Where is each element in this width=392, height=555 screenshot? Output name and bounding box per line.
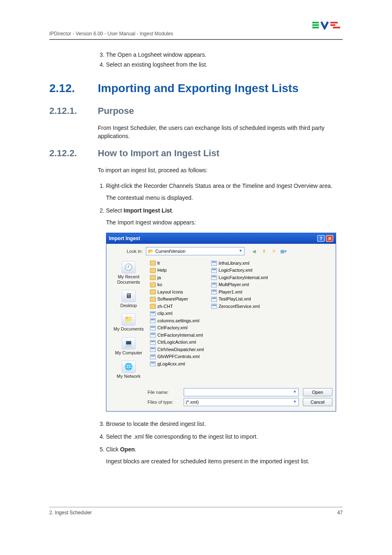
folder-icon: [150, 289, 156, 294]
place-mynet[interactable]: 🌐My Network: [110, 361, 148, 379]
cancel-button[interactable]: Cancel: [303, 398, 332, 406]
xml-file-icon: [150, 333, 156, 338]
help-button[interactable]: ?: [317, 235, 325, 242]
xml-file-icon: [150, 318, 156, 323]
continued-steps: The Open a Logsheet window appears. Sele…: [98, 51, 343, 68]
lookin-label: Look in:: [110, 248, 143, 255]
subsection-howto: 2.12.2.How to Import an Ingest List: [49, 148, 343, 159]
file-item[interactable]: clip.xml: [150, 310, 204, 317]
place-recent[interactable]: 🕘My Recent Documents: [110, 261, 148, 285]
chevron-down-icon: ▼: [293, 399, 297, 405]
places-sidebar: 🕘My Recent Documents 🖥Desktop 📁My Docume…: [110, 259, 148, 384]
close-button[interactable]: ✕: [326, 235, 333, 242]
svg-rect-1: [312, 24, 319, 26]
new-folder-icon[interactable]: ✳: [270, 247, 277, 255]
file-item[interactable]: TestPlayList.xml: [211, 296, 268, 303]
back-icon[interactable]: ◀: [250, 247, 258, 255]
folder-icon: [150, 304, 156, 309]
chevron-down-icon: ▼: [239, 248, 242, 254]
xml-file-icon: [150, 347, 156, 352]
dialog-titlebar[interactable]: Import Ingest ? ✕: [106, 233, 336, 244]
xml-file-icon: [150, 361, 156, 366]
open-button[interactable]: Open: [303, 388, 332, 396]
file-list[interactable]: frHelpjakoLayout IconsSoftwarePlayerzh-C…: [148, 259, 332, 384]
step-3: The Open a Logsheet window appears.: [106, 51, 343, 58]
place-desktop[interactable]: 🖥Desktop: [110, 290, 148, 308]
svg-rect-0: [312, 22, 319, 23]
filetype-label: Files of type:: [148, 399, 180, 406]
svg-rect-4: [330, 24, 335, 26]
howto-intro: To import an ingest list, proceed as fol…: [98, 166, 343, 174]
svg-rect-5: [333, 27, 340, 28]
svg-rect-2: [312, 27, 319, 28]
file-item[interactable]: SoftwarePlayer: [150, 296, 204, 303]
xml-file-icon: [150, 326, 156, 331]
step-4: Select an existing logsheet from the lis…: [106, 61, 343, 68]
place-mydocs[interactable]: 📁My Documents: [110, 313, 148, 332]
filename-label: File name:: [148, 389, 180, 396]
folder-icon: [150, 282, 156, 287]
file-item[interactable]: CtrlFactory.xml: [150, 324, 204, 331]
filename-input[interactable]: ▼: [184, 388, 299, 396]
page-footer: 2. Ingest Scheduler 47: [49, 507, 343, 516]
file-item[interactable]: CtrlLogicAction.xml: [150, 339, 204, 346]
footer-page: 47: [337, 510, 343, 516]
xml-file-icon: [211, 275, 217, 280]
folder-icon: [150, 275, 156, 280]
footer-left: 2. Ingest Scheduler: [49, 510, 92, 516]
file-item[interactable]: columns.settings.xml: [150, 317, 204, 324]
xml-file-icon: [211, 261, 217, 266]
file-item[interactable]: GfxWPFControls.xml: [150, 353, 204, 360]
folder-icon: [150, 297, 156, 302]
svg-rect-3: [330, 22, 338, 23]
file-item[interactable]: zh-CHT: [150, 303, 204, 310]
lookin-combo[interactable]: 📂CurrentVersion ▼: [146, 247, 244, 255]
file-item[interactable]: CtrlViewDispatcher.xml: [150, 346, 204, 353]
folder-icon: [150, 268, 156, 273]
file-item[interactable]: Help: [150, 267, 204, 274]
xml-file-icon: [211, 289, 217, 294]
file-item[interactable]: fr: [150, 260, 204, 267]
proc-step-2: Select Import Ingest List. The Import In…: [106, 206, 343, 412]
subsection-purpose: 2.12.1.Purpose: [49, 106, 343, 116]
xml-file-icon: [150, 311, 156, 316]
filetype-combo[interactable]: (*.xml) ▼: [184, 398, 299, 406]
xml-file-icon: [211, 268, 217, 273]
section-heading: 2.12.Importing and Exporting Ingest List…: [49, 82, 343, 95]
xml-file-icon: [211, 282, 217, 287]
chevron-down-icon: ▼: [293, 389, 297, 395]
file-item[interactable]: MultiPlayer.xml: [211, 281, 268, 288]
proc-step-4: Select the .xml file corresponding to th…: [106, 432, 343, 441]
up-icon[interactable]: ⬆: [260, 247, 267, 255]
xml-file-icon: [211, 304, 217, 309]
proc-step-3: Browse to locate the desired ingest list…: [106, 420, 343, 428]
folder-icon: [150, 261, 156, 266]
file-item[interactable]: LogicFactoryInternal.xml: [211, 274, 268, 281]
file-item[interactable]: gLog4cxx.xml: [150, 361, 204, 368]
file-item[interactable]: ja: [150, 274, 204, 281]
xml-file-icon: [150, 340, 156, 345]
file-item[interactable]: InfraLibrary.xml: [211, 260, 268, 267]
proc-step-5: Click Open. Ingest blocks are created fo…: [106, 445, 343, 466]
file-item[interactable]: ko: [150, 281, 204, 288]
view-menu-icon[interactable]: ▦▾: [280, 247, 287, 255]
procedure-list: Right-click the Recorder Channels Status…: [98, 182, 343, 466]
proc-step-1: Right-click the Recorder Channels Status…: [106, 182, 343, 202]
file-item[interactable]: Player1.xml: [211, 289, 268, 296]
page-header: IPDirector - Version 6.00 - User Manual …: [49, 31, 343, 40]
import-ingest-dialog: Import Ingest ? ✕ Look in: 📂CurrentVersi…: [106, 233, 336, 412]
file-item[interactable]: ZeroconfService.xml: [211, 303, 268, 310]
dialog-title: Import Ingest: [109, 235, 140, 242]
file-item[interactable]: CtrlFactoryInternal.xml: [150, 332, 204, 339]
place-mycomp[interactable]: 💻My Computer: [110, 337, 148, 356]
xml-file-icon: [211, 297, 217, 302]
file-item[interactable]: Layout Icons: [150, 289, 204, 296]
file-item[interactable]: LogicFactory.xml: [211, 267, 268, 274]
evs-logo: [312, 21, 343, 31]
purpose-body: From Ingest Scheduler, the users can exc…: [98, 124, 343, 141]
open-folder-icon: 📂: [148, 249, 154, 254]
xml-file-icon: [150, 354, 156, 359]
